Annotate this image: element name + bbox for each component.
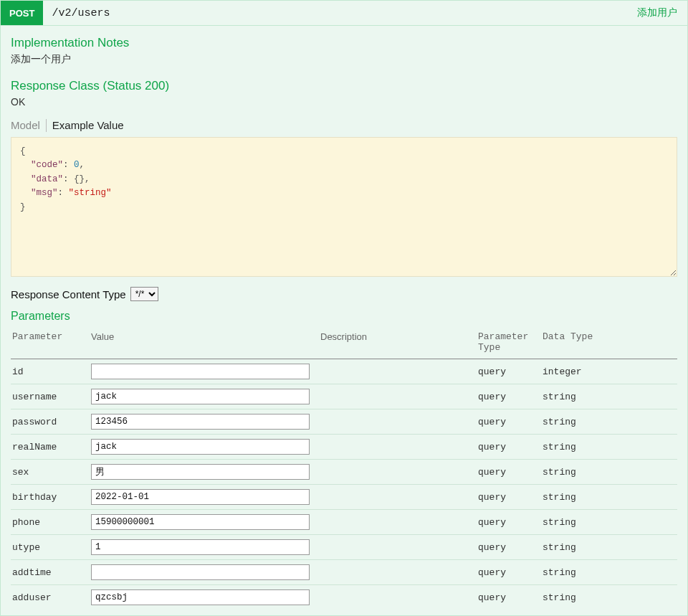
- operation-header[interactable]: POST /v2/users 添加用户: [1, 1, 687, 26]
- tab-example-value[interactable]: Example Value: [52, 118, 130, 133]
- http-method-badge: POST: [1, 1, 43, 25]
- json-object: {}: [74, 174, 85, 184]
- param-value-cell: [90, 585, 319, 610]
- implementation-notes-text: 添加一个用户: [11, 53, 677, 66]
- param-type: query: [477, 435, 541, 460]
- param-type: query: [477, 460, 541, 485]
- param-input-phone[interactable]: [91, 514, 310, 530]
- table-row: passwordquerystring: [11, 409, 677, 435]
- param-type: query: [477, 384, 541, 409]
- col-header-data-type: Data Type: [541, 327, 677, 359]
- param-name: addtime: [11, 560, 90, 585]
- param-value-cell: [90, 435, 319, 460]
- param-input-addtime[interactable]: [91, 564, 310, 580]
- param-input-password[interactable]: [91, 414, 310, 430]
- param-data-type: string: [541, 435, 677, 460]
- param-type: query: [477, 560, 541, 585]
- table-row: utypequerystring: [11, 535, 677, 560]
- response-content-type-label: Response Content Type: [11, 288, 126, 300]
- param-name: sex: [11, 460, 90, 485]
- param-input-realName[interactable]: [91, 439, 310, 455]
- tab-divider: [46, 119, 47, 132]
- param-value-cell: [90, 384, 319, 409]
- col-header-parameter-type: Parameter Type: [477, 327, 541, 359]
- operation-container: POST /v2/users 添加用户 Implementation Notes…: [0, 0, 688, 616]
- param-name: adduser: [11, 585, 90, 610]
- param-data-type: string: [541, 560, 677, 585]
- parameters-title: Parameters: [11, 310, 677, 323]
- param-data-type: string: [541, 485, 677, 510]
- param-input-adduser[interactable]: [91, 589, 310, 605]
- param-description: [319, 485, 477, 510]
- json-brace-close: }: [20, 202, 26, 212]
- param-description: [319, 535, 477, 560]
- table-row: adduserquerystring: [11, 585, 677, 610]
- param-description: [319, 435, 477, 460]
- table-row: addtimequerystring: [11, 560, 677, 585]
- param-description: [319, 560, 477, 585]
- param-type: query: [477, 359, 541, 384]
- json-number: 0: [74, 160, 80, 170]
- param-name: id: [11, 359, 90, 384]
- param-description: [319, 460, 477, 485]
- json-brace-open: {: [20, 146, 26, 156]
- table-row: usernamequerystring: [11, 384, 677, 409]
- operation-body: Implementation Notes 添加一个用户 Response Cla…: [1, 26, 687, 615]
- col-header-parameter: Parameter: [11, 327, 90, 359]
- implementation-notes-title: Implementation Notes: [11, 36, 677, 50]
- example-value-block[interactable]: { "code": 0, "data": {}, "msg": "string"…: [11, 137, 677, 277]
- json-key: "msg": [31, 188, 58, 198]
- param-description: [319, 384, 477, 409]
- response-content-type-row: Response Content Type */*: [11, 287, 677, 301]
- param-data-type: integer: [541, 359, 677, 384]
- col-header-value: Value: [90, 327, 319, 359]
- param-data-type: string: [541, 510, 677, 535]
- param-name: realName: [11, 435, 90, 460]
- param-value-cell: [90, 359, 319, 384]
- param-value-cell: [90, 460, 319, 485]
- json-key: "data": [31, 174, 63, 184]
- param-description: [319, 409, 477, 435]
- param-input-utype[interactable]: [91, 539, 310, 555]
- table-row: idqueryinteger: [11, 359, 677, 384]
- table-row: realNamequerystring: [11, 435, 677, 460]
- param-name: phone: [11, 510, 90, 535]
- param-type: query: [477, 409, 541, 435]
- response-tabs: Model Example Value: [11, 118, 677, 133]
- endpoint-summary: 添加用户: [627, 1, 687, 25]
- param-type: query: [477, 510, 541, 535]
- param-input-username[interactable]: [91, 389, 310, 404]
- param-input-birthday[interactable]: [91, 489, 310, 505]
- endpoint-path: /v2/users: [43, 1, 627, 25]
- param-value-cell: [90, 535, 319, 560]
- param-data-type: string: [541, 460, 677, 485]
- param-name: password: [11, 409, 90, 435]
- tab-model[interactable]: Model: [11, 118, 46, 133]
- param-value-cell: [90, 560, 319, 585]
- param-data-type: string: [541, 585, 677, 610]
- response-status-text: OK: [11, 96, 677, 108]
- response-content-type-select[interactable]: */*: [130, 287, 158, 301]
- param-data-type: string: [541, 409, 677, 435]
- table-row: sexquerystring: [11, 460, 677, 485]
- param-type: query: [477, 585, 541, 610]
- table-header-row: Parameter Value Description Parameter Ty…: [11, 327, 677, 359]
- param-description: [319, 585, 477, 610]
- param-description: [319, 359, 477, 384]
- param-name: birthday: [11, 485, 90, 510]
- table-row: birthdayquerystring: [11, 485, 677, 510]
- table-row: phonequerystring: [11, 510, 677, 535]
- response-class-title: Response Class (Status 200): [11, 79, 677, 93]
- param-input-id[interactable]: [91, 364, 310, 379]
- json-string: "string": [69, 188, 112, 198]
- param-name: username: [11, 384, 90, 409]
- param-description: [319, 510, 477, 535]
- param-data-type: string: [541, 535, 677, 560]
- param-value-cell: [90, 485, 319, 510]
- param-input-sex[interactable]: [91, 464, 310, 480]
- param-type: query: [477, 535, 541, 560]
- json-key: "code": [31, 160, 63, 170]
- col-header-description: Description: [319, 327, 477, 359]
- param-value-cell: [90, 409, 319, 435]
- param-name: utype: [11, 535, 90, 560]
